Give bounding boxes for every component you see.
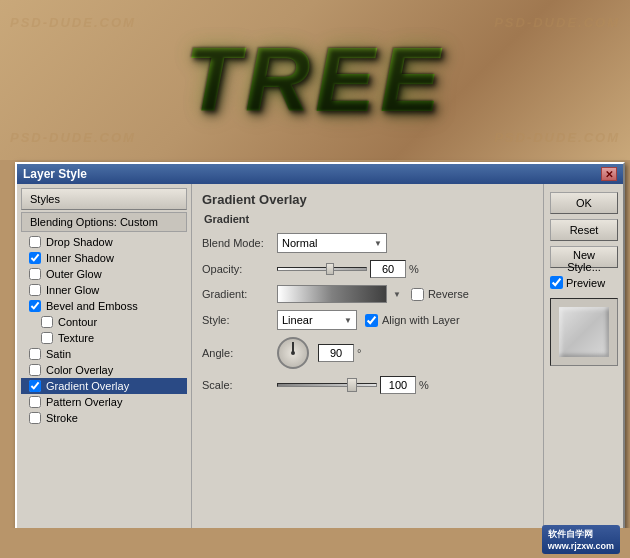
watermark-tl: PSD-DUDE.COM bbox=[10, 15, 136, 30]
angle-input[interactable] bbox=[318, 344, 354, 362]
opacity-input[interactable] bbox=[370, 260, 406, 278]
style-row: Style: Linear ▼ Align with Layer bbox=[202, 310, 533, 330]
preview-checkbox[interactable] bbox=[550, 276, 563, 289]
angle-label: Angle: bbox=[202, 347, 277, 359]
satin-label: Satin bbox=[46, 348, 71, 360]
reverse-label: Reverse bbox=[428, 288, 469, 300]
contour-checkbox[interactable] bbox=[41, 316, 53, 328]
layer-item-inner-glow[interactable]: Inner Glow bbox=[21, 282, 187, 298]
watermark-bl: PSD-DUDE.COM bbox=[10, 130, 136, 145]
gradient-dropdown-arrow[interactable]: ▼ bbox=[393, 290, 401, 299]
outer-glow-checkbox[interactable] bbox=[29, 268, 41, 280]
watermark-tr: PSD-DUDE.COM bbox=[494, 15, 620, 30]
style-dropdown[interactable]: Linear ▼ bbox=[277, 310, 357, 330]
section-subtitle: Gradient bbox=[202, 213, 533, 225]
angle-unit: ° bbox=[357, 347, 361, 359]
align-layer-checkbox-label[interactable]: Align with Layer bbox=[365, 314, 460, 327]
blend-mode-row: Blend Mode: Normal ▼ bbox=[202, 233, 533, 253]
color-overlay-checkbox[interactable] bbox=[29, 364, 41, 376]
tree-text: TREE bbox=[185, 29, 445, 132]
inner-glow-checkbox[interactable] bbox=[29, 284, 41, 296]
reverse-checkbox-label[interactable]: Reverse bbox=[411, 288, 469, 301]
blend-mode-value: Normal bbox=[282, 237, 317, 249]
texture-label: Texture bbox=[58, 332, 94, 344]
blend-mode-dropdown[interactable]: Normal ▼ bbox=[277, 233, 387, 253]
gradient-preview[interactable] bbox=[277, 285, 387, 303]
ok-button[interactable]: OK bbox=[550, 192, 618, 214]
right-panel: Gradient Overlay Gradient Blend Mode: No… bbox=[192, 184, 543, 536]
gradient-label: Gradient: bbox=[202, 288, 277, 300]
color-overlay-label: Color Overlay bbox=[46, 364, 113, 376]
logo-badge: 软件自学网www.rjzxw.com bbox=[542, 525, 620, 554]
scale-percent: % bbox=[419, 379, 429, 391]
scale-label: Scale: bbox=[202, 379, 277, 391]
layer-item-contour[interactable]: Contour bbox=[21, 314, 187, 330]
gradient-row: Gradient: ▼ Reverse bbox=[202, 285, 533, 303]
pattern-overlay-checkbox[interactable] bbox=[29, 396, 41, 408]
style-value: Linear bbox=[282, 314, 313, 326]
style-dropdown-arrow: ▼ bbox=[344, 316, 352, 325]
contour-label: Contour bbox=[58, 316, 97, 328]
pattern-overlay-label: Pattern Overlay bbox=[46, 396, 122, 408]
layer-item-bevel-emboss[interactable]: Bevel and Emboss bbox=[21, 298, 187, 314]
layer-style-dialog: Layer Style ✕ Styles Blending Options: C… bbox=[15, 162, 625, 538]
dial-needle bbox=[292, 342, 294, 353]
scale-input[interactable] bbox=[380, 376, 416, 394]
preview-checkbox-label[interactable]: Preview bbox=[550, 276, 617, 289]
blend-mode-arrow: ▼ bbox=[374, 239, 382, 248]
gradient-overlay-checkbox[interactable] bbox=[29, 380, 41, 392]
layer-item-pattern-overlay[interactable]: Pattern Overlay bbox=[21, 394, 187, 410]
style-label: Style: bbox=[202, 314, 277, 326]
outer-glow-label: Outer Glow bbox=[46, 268, 102, 280]
preview-inner bbox=[559, 307, 609, 357]
layer-item-satin[interactable]: Satin bbox=[21, 346, 187, 362]
drop-shadow-checkbox[interactable] bbox=[29, 236, 41, 248]
styles-button[interactable]: Styles bbox=[21, 188, 187, 210]
stroke-checkbox[interactable] bbox=[29, 412, 41, 424]
opacity-percent: % bbox=[409, 263, 419, 275]
bevel-emboss-label: Bevel and Emboss bbox=[46, 300, 138, 312]
canvas-area: PSD-DUDE.COM PSD-DUDE.COM PSD-DUDE.COM P… bbox=[0, 0, 630, 160]
preview-label: Preview bbox=[566, 277, 605, 289]
new-style-button[interactable]: New Style... bbox=[550, 246, 618, 268]
satin-checkbox[interactable] bbox=[29, 348, 41, 360]
texture-checkbox[interactable] bbox=[41, 332, 53, 344]
scale-thumb bbox=[347, 378, 357, 392]
bottom-strip: 软件自学网www.rjzxw.com bbox=[0, 528, 630, 558]
align-layer-checkbox[interactable] bbox=[365, 314, 378, 327]
preview-box bbox=[550, 298, 618, 366]
layer-item-inner-shadow[interactable]: Inner Shadow bbox=[21, 250, 187, 266]
inner-shadow-checkbox[interactable] bbox=[29, 252, 41, 264]
layer-item-gradient-overlay[interactable]: Gradient Overlay bbox=[21, 378, 187, 394]
scale-slider[interactable] bbox=[277, 383, 377, 387]
layer-item-outer-glow[interactable]: Outer Glow bbox=[21, 266, 187, 282]
buttons-panel: OK Reset New Style... Preview bbox=[543, 184, 623, 536]
dialog-title: Layer Style bbox=[23, 167, 87, 181]
bevel-emboss-checkbox[interactable] bbox=[29, 300, 41, 312]
layer-item-stroke[interactable]: Stroke bbox=[21, 410, 187, 426]
dialog-titlebar: Layer Style ✕ bbox=[17, 164, 623, 184]
blend-mode-label: Blend Mode: bbox=[202, 237, 277, 249]
align-layer-label: Align with Layer bbox=[382, 314, 460, 326]
inner-glow-label: Inner Glow bbox=[46, 284, 99, 296]
layer-item-drop-shadow[interactable]: Drop Shadow bbox=[21, 234, 187, 250]
angle-dial[interactable] bbox=[277, 337, 309, 369]
reset-button[interactable]: Reset bbox=[550, 219, 618, 241]
stroke-label: Stroke bbox=[46, 412, 78, 424]
drop-shadow-label: Drop Shadow bbox=[46, 236, 113, 248]
reverse-checkbox[interactable] bbox=[411, 288, 424, 301]
layer-item-color-overlay[interactable]: Color Overlay bbox=[21, 362, 187, 378]
inner-shadow-label: Inner Shadow bbox=[46, 252, 114, 264]
opacity-row: Opacity: % bbox=[202, 260, 533, 278]
opacity-label: Opacity: bbox=[202, 263, 277, 275]
blending-options[interactable]: Blending Options: Custom bbox=[21, 212, 187, 232]
gradient-overlay-label: Gradient Overlay bbox=[46, 380, 129, 392]
left-panel: Styles Blending Options: Custom Drop Sha… bbox=[17, 184, 192, 536]
scale-row: Scale: % bbox=[202, 376, 533, 394]
watermark-br: PSD-DUDE.COM bbox=[494, 130, 620, 145]
layer-item-texture[interactable]: Texture bbox=[21, 330, 187, 346]
close-button[interactable]: ✕ bbox=[601, 167, 617, 181]
section-title: Gradient Overlay bbox=[202, 192, 533, 207]
angle-row: Angle: ° bbox=[202, 337, 533, 369]
opacity-slider[interactable] bbox=[277, 267, 367, 271]
